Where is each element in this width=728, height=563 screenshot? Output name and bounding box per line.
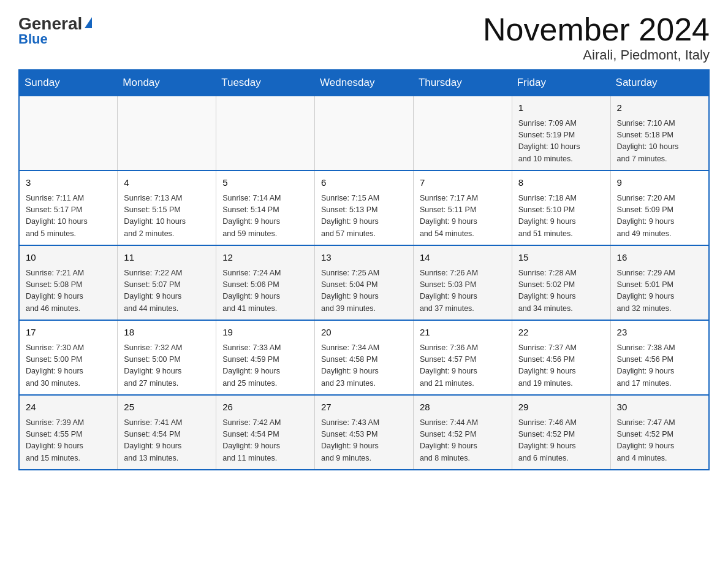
day-number: 28 [420, 400, 506, 415]
day-info: Sunrise: 7:25 AM Sunset: 5:04 PM Dayligh… [321, 267, 407, 315]
title-block: November 2024 Airali, Piedmont, Italy [483, 12, 710, 63]
calendar-cell [19, 96, 118, 170]
day-number: 4 [124, 176, 210, 190]
day-info: Sunrise: 7:44 AM Sunset: 4:52 PM Dayligh… [420, 417, 506, 465]
day-info: Sunrise: 7:34 AM Sunset: 4:58 PM Dayligh… [321, 342, 407, 390]
day-number: 26 [222, 400, 308, 415]
calendar-cell: 14Sunrise: 7:26 AM Sunset: 5:03 PM Dayli… [413, 245, 512, 320]
day-info: Sunrise: 7:28 AM Sunset: 5:02 PM Dayligh… [518, 267, 604, 315]
calendar-cell: 19Sunrise: 7:33 AM Sunset: 4:59 PM Dayli… [216, 320, 315, 395]
calendar-cell: 4Sunrise: 7:13 AM Sunset: 5:15 PM Daylig… [118, 170, 216, 245]
day-number: 1 [518, 101, 604, 115]
day-number: 2 [617, 101, 702, 115]
calendar-week-row: 24Sunrise: 7:39 AM Sunset: 4:55 PM Dayli… [19, 395, 709, 470]
day-info: Sunrise: 7:36 AM Sunset: 4:57 PM Dayligh… [420, 342, 506, 390]
day-number: 20 [321, 326, 407, 340]
weekday-header-friday: Friday [512, 70, 610, 96]
day-info: Sunrise: 7:14 AM Sunset: 5:14 PM Dayligh… [222, 193, 308, 240]
day-number: 13 [321, 251, 407, 265]
day-info: Sunrise: 7:09 AM Sunset: 5:19 PM Dayligh… [518, 118, 604, 166]
day-number: 25 [124, 400, 210, 415]
calendar-cell: 13Sunrise: 7:25 AM Sunset: 5:04 PM Dayli… [315, 245, 414, 320]
day-number: 9 [617, 176, 702, 190]
calendar-cell [315, 96, 414, 170]
calendar-cell: 18Sunrise: 7:32 AM Sunset: 5:00 PM Dayli… [118, 320, 216, 395]
calendar-week-row: 17Sunrise: 7:30 AM Sunset: 5:00 PM Dayli… [19, 320, 709, 395]
weekday-header-row: SundayMondayTuesdayWednesdayThursdayFrid… [19, 70, 709, 96]
calendar-cell: 10Sunrise: 7:21 AM Sunset: 5:08 PM Dayli… [19, 245, 118, 320]
calendar-cell: 12Sunrise: 7:24 AM Sunset: 5:06 PM Dayli… [216, 245, 315, 320]
calendar-cell: 3Sunrise: 7:11 AM Sunset: 5:17 PM Daylig… [19, 170, 118, 245]
day-number: 19 [222, 326, 308, 340]
calendar-week-row: 1Sunrise: 7:09 AM Sunset: 5:19 PM Daylig… [19, 96, 709, 170]
calendar-cell: 24Sunrise: 7:39 AM Sunset: 4:55 PM Dayli… [19, 395, 118, 470]
calendar-cell: 23Sunrise: 7:38 AM Sunset: 4:56 PM Dayli… [610, 320, 709, 395]
day-number: 23 [617, 326, 702, 340]
day-number: 7 [420, 176, 506, 190]
day-number: 27 [321, 400, 407, 415]
day-number: 17 [26, 326, 111, 340]
day-info: Sunrise: 7:37 AM Sunset: 4:56 PM Dayligh… [518, 342, 604, 390]
calendar-week-row: 3Sunrise: 7:11 AM Sunset: 5:17 PM Daylig… [19, 170, 709, 245]
day-number: 30 [617, 400, 702, 415]
day-number: 22 [518, 326, 604, 340]
day-number: 21 [420, 326, 506, 340]
day-info: Sunrise: 7:26 AM Sunset: 5:03 PM Dayligh… [420, 267, 506, 315]
calendar-cell: 17Sunrise: 7:30 AM Sunset: 5:00 PM Dayli… [19, 320, 118, 395]
day-info: Sunrise: 7:17 AM Sunset: 5:11 PM Dayligh… [420, 193, 506, 240]
calendar-cell: 1Sunrise: 7:09 AM Sunset: 5:19 PM Daylig… [512, 96, 610, 170]
day-number: 3 [26, 176, 111, 190]
logo-triangle-icon [85, 17, 92, 28]
day-number: 18 [124, 326, 210, 340]
weekday-header-tuesday: Tuesday [216, 70, 315, 96]
day-info: Sunrise: 7:24 AM Sunset: 5:06 PM Dayligh… [222, 267, 308, 315]
day-number: 14 [420, 251, 506, 265]
weekday-header-saturday: Saturday [610, 70, 709, 96]
weekday-header-wednesday: Wednesday [315, 70, 414, 96]
day-info: Sunrise: 7:22 AM Sunset: 5:07 PM Dayligh… [124, 267, 210, 315]
day-number: 15 [518, 251, 604, 265]
day-info: Sunrise: 7:10 AM Sunset: 5:18 PM Dayligh… [617, 118, 702, 166]
day-number: 16 [617, 251, 702, 265]
day-info: Sunrise: 7:39 AM Sunset: 4:55 PM Dayligh… [26, 417, 111, 465]
day-info: Sunrise: 7:41 AM Sunset: 4:54 PM Dayligh… [124, 417, 210, 465]
calendar-table: SundayMondayTuesdayWednesdayThursdayFrid… [18, 69, 710, 470]
weekday-header-sunday: Sunday [19, 70, 118, 96]
day-info: Sunrise: 7:13 AM Sunset: 5:15 PM Dayligh… [124, 193, 210, 240]
calendar-cell: 8Sunrise: 7:18 AM Sunset: 5:10 PM Daylig… [512, 170, 610, 245]
calendar-cell: 30Sunrise: 7:47 AM Sunset: 4:52 PM Dayli… [610, 395, 709, 470]
month-title: November 2024 [483, 12, 710, 47]
calendar-cell [413, 96, 512, 170]
calendar-cell: 5Sunrise: 7:14 AM Sunset: 5:14 PM Daylig… [216, 170, 315, 245]
logo-general: General [18, 15, 82, 33]
day-info: Sunrise: 7:32 AM Sunset: 5:00 PM Dayligh… [124, 342, 210, 390]
day-number: 12 [222, 251, 308, 265]
day-info: Sunrise: 7:43 AM Sunset: 4:53 PM Dayligh… [321, 417, 407, 465]
calendar-cell: 20Sunrise: 7:34 AM Sunset: 4:58 PM Dayli… [315, 320, 414, 395]
day-info: Sunrise: 7:18 AM Sunset: 5:10 PM Dayligh… [518, 193, 604, 240]
calendar-cell: 26Sunrise: 7:42 AM Sunset: 4:54 PM Dayli… [216, 395, 315, 470]
weekday-header-thursday: Thursday [413, 70, 512, 96]
day-number: 8 [518, 176, 604, 190]
day-info: Sunrise: 7:15 AM Sunset: 5:13 PM Dayligh… [321, 193, 407, 240]
calendar-cell [118, 96, 216, 170]
calendar-cell: 6Sunrise: 7:15 AM Sunset: 5:13 PM Daylig… [315, 170, 414, 245]
day-info: Sunrise: 7:11 AM Sunset: 5:17 PM Dayligh… [26, 193, 111, 240]
calendar-cell: 9Sunrise: 7:20 AM Sunset: 5:09 PM Daylig… [610, 170, 709, 245]
weekday-header-monday: Monday [118, 70, 216, 96]
day-info: Sunrise: 7:21 AM Sunset: 5:08 PM Dayligh… [26, 267, 111, 315]
logo-blue: Blue [18, 33, 48, 46]
calendar-cell: 25Sunrise: 7:41 AM Sunset: 4:54 PM Dayli… [118, 395, 216, 470]
calendar-week-row: 10Sunrise: 7:21 AM Sunset: 5:08 PM Dayli… [19, 245, 709, 320]
day-number: 24 [26, 400, 111, 415]
calendar-cell: 2Sunrise: 7:10 AM Sunset: 5:18 PM Daylig… [610, 96, 709, 170]
calendar-cell: 27Sunrise: 7:43 AM Sunset: 4:53 PM Dayli… [315, 395, 414, 470]
day-info: Sunrise: 7:30 AM Sunset: 5:00 PM Dayligh… [26, 342, 111, 390]
calendar-cell: 29Sunrise: 7:46 AM Sunset: 4:52 PM Dayli… [512, 395, 610, 470]
day-info: Sunrise: 7:47 AM Sunset: 4:52 PM Dayligh… [617, 417, 702, 465]
calendar-cell: 21Sunrise: 7:36 AM Sunset: 4:57 PM Dayli… [413, 320, 512, 395]
day-number: 6 [321, 176, 407, 190]
day-number: 10 [26, 251, 111, 265]
header: General Blue November 2024 Airali, Piedm… [18, 12, 710, 63]
day-number: 29 [518, 400, 604, 415]
